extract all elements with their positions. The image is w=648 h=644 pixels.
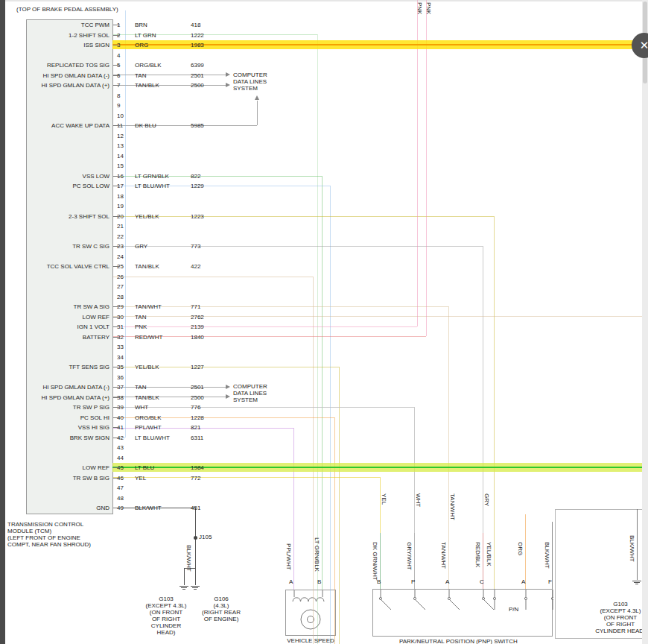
wire-segment[interactable] [339, 367, 340, 644]
wire-color-label: LT GRN [135, 32, 156, 39]
pin-number: 14 [117, 153, 124, 160]
panel-toggle-button[interactable]: ✕ [632, 33, 648, 58]
pin-number: 47 [117, 484, 124, 491]
wire-color-label: TAN/BLK [135, 394, 159, 401]
tcm-pin-row: REPLICATED TOS SIG 5 ORG/BLK 6399 [28, 62, 223, 72]
pin-number: 21 [117, 223, 124, 230]
pin-stub [113, 427, 120, 428]
pin-number: 48 [117, 495, 124, 502]
wire-segment[interactable] [313, 277, 314, 644]
circuit-number: 1984 [191, 464, 204, 471]
wire-color-label: PPL/WHT [285, 543, 292, 570]
tcm-pin-row: 34 [28, 354, 223, 364]
wire-segment[interactable] [483, 246, 483, 533]
pin-signal-label: LOW REF [28, 314, 109, 321]
offpage-arrow-icon [226, 394, 230, 399]
wire-segment[interactable] [448, 306, 449, 589]
pin-signal-label: HI SPD GMLAN DATA (+) [28, 394, 109, 401]
pin-signal-label: PC SOL LOW [28, 183, 109, 189]
wire-segment[interactable] [426, 0, 427, 336]
wire-segment[interactable] [525, 514, 526, 589]
circuit-number: 2139 [191, 323, 204, 330]
wire-segment[interactable] [637, 509, 638, 580]
tcm-pin-row: TCC PWM 1 BRN 418 [28, 22, 223, 32]
wire-color-label: TAN [135, 384, 146, 391]
tcm-pin-row: TR SW B SIG 46 YEL 772 [28, 475, 223, 485]
tcm-pin-row: HI SPD GMLAN DATA (+) 7 TAN/BLK 2500 [28, 82, 223, 92]
pin-stub [113, 337, 120, 338]
circuit-number: 5985 [191, 122, 204, 129]
tcm-pin-row: 33 [28, 344, 223, 354]
vss-pin-a: A [289, 578, 293, 585]
wire-color-label: BLK/WHT [629, 535, 635, 562]
wire-color-label: ORG/BLK [135, 62, 162, 69]
left-panel-edge [0, 0, 5, 644]
pin-stub [113, 125, 120, 126]
wire-color-label: WHT [415, 493, 422, 507]
circuit-number: 1840 [191, 334, 204, 341]
wire-segment[interactable] [334, 417, 335, 644]
wire-color-label: LT GRN/BLK [314, 537, 320, 572]
ground-symbol [632, 581, 641, 584]
pin-signal-label: GND [28, 505, 109, 511]
circuit-number: 422 [191, 263, 200, 270]
splice-dot [194, 536, 197, 540]
tcm-pin-row: 13 [28, 142, 223, 153]
wire-segment[interactable] [293, 428, 294, 590]
pnp-label: PARK/NEUTRAL POSITION (PNP) SWITCH [399, 638, 518, 644]
ground-label-g103-right: G103 (EXCEPT 4.3L) (ON FRONT OF RIGHT CY… [594, 601, 647, 634]
pin-signal-label: ISS SIGN [28, 42, 109, 48]
wire-color-label: GRY/WHT [406, 542, 413, 570]
pin-signal-label: TR SW B SIG [28, 475, 109, 482]
wire-segment[interactable] [184, 568, 185, 585]
pin-signal-label: IGN 1 VOLT [28, 323, 109, 330]
pin-number: 43 [117, 444, 124, 451]
pin-stub [113, 367, 120, 367]
tcm-pin-row: PC SOL HI 40 ORG/BLK 1228 [28, 414, 223, 425]
wire-segment[interactable] [195, 568, 196, 585]
pin-number: 10 [117, 113, 124, 119]
circuit-number: 822 [191, 173, 200, 180]
circuit-number: 1227 [191, 364, 204, 370]
computer-data-lines-note: COMPUTER DATA LINES SYSTEM [233, 72, 267, 92]
tcm-pin-row: 24 [28, 253, 223, 264]
wire-color-label: TAN/BLK [135, 263, 159, 270]
inductor-symbol [286, 590, 337, 637]
tcm-pin-row: 36 [28, 374, 223, 385]
ground-symbol [180, 586, 188, 590]
pin-signal-label: HI SPD GMLAN DATA (-) [28, 384, 109, 391]
tcm-pin-row: HI SPD GMLAN DATA (-) 6 TAN 2501 [28, 72, 223, 83]
circuit-number: 451 [191, 505, 200, 511]
tcm-pin-row: VSS HI SIG 41 PPL/WHT 821 [28, 424, 223, 435]
pin-number: 24 [117, 253, 124, 260]
wire-color-label: BLK/WHT [185, 545, 192, 572]
tcm-pin-row: GND 49 BLK/WHT 451 [28, 505, 223, 515]
circuit-number: 776 [191, 404, 200, 411]
wire-color-label: LT BLU/WHT [135, 435, 170, 441]
wire-segment[interactable] [552, 522, 553, 589]
tcm-pin-row: 8 [28, 92, 223, 103]
pin-stub [113, 25, 120, 25]
tcm-pin-row: 15 [28, 162, 223, 173]
wire-segment[interactable] [380, 477, 381, 533]
pin-signal-label: REPLICATED TOS SIG [28, 62, 109, 69]
wire-color-label: YEL/BLK [135, 213, 159, 220]
pin-signal-label: 2-3 SHIFT SOL [28, 213, 109, 220]
wire-segment[interactable] [330, 186, 331, 644]
pin-number: 26 [117, 274, 124, 280]
wire-segment[interactable] [494, 216, 495, 589]
vertical-scrollbar[interactable] [642, 0, 648, 644]
wire-color-label: PPL/WHT [135, 424, 162, 431]
tcm-pin-row: ACC WAKE UP DATA 11 DK BLU 5985 [28, 122, 223, 133]
pin-stub [113, 407, 120, 408]
pin-stub [113, 306, 120, 307]
circuit-number: 771 [191, 303, 200, 310]
wire-segment[interactable] [322, 176, 323, 590]
computer-data-lines-note: COMPUTER DATA LINES SYSTEM [233, 383, 267, 403]
top-border [0, 0, 648, 1]
circuit-number: 1222 [191, 32, 204, 39]
pnp-switch-box [372, 589, 553, 637]
offpage-arrow-icon [255, 95, 259, 100]
wire-segment[interactable] [257, 101, 258, 125]
circuit-number: 1229 [191, 183, 204, 189]
